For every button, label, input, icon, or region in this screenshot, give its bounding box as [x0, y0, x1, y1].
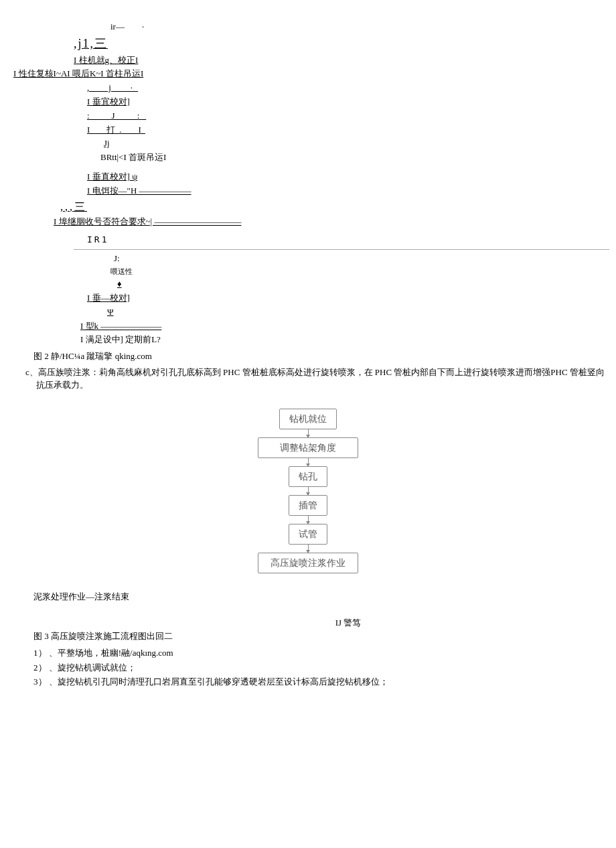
g-line: I 电饵按—"H ——————	[87, 184, 609, 198]
mud-processing-label: 泥浆处理作业—注浆结束	[33, 590, 609, 604]
g-line: I 垂—校对]	[87, 291, 609, 305]
g-line: I 性住复核I~AI 喂后K~I 首柱吊运I	[13, 67, 609, 81]
g-line: , j ·	[87, 81, 609, 95]
garbled-flowchart-text: ir— · ,j1,三 I 柱机就g、校正I I 性住复核I~AI 喂后K~I …	[74, 20, 609, 347]
flow-arrow-icon	[308, 516, 309, 524]
flow-box-4: 插管	[289, 495, 327, 516]
flow-arrow-icon	[308, 545, 309, 553]
flow-box-6: 高压旋喷注浆作业	[258, 553, 358, 573]
g-line: ,,,三	[60, 198, 609, 216]
step-2: 2） 、旋挖钻机调试就位；	[33, 661, 609, 675]
g-line: I 垂直校对] ψ	[87, 170, 609, 184]
g-line: J:	[114, 252, 609, 266]
g-line: : J :	[87, 109, 609, 123]
g-line: ,j1,三	[74, 34, 609, 54]
g-line: I 打. I	[87, 123, 609, 137]
figure-3-caption: 图 3 高压旋喷注浆施工流程图出回二	[33, 630, 609, 643]
g-line: I 型k ———————	[80, 320, 609, 334]
figure-2-caption: 图 2 静/HC¼a 蹴瑞擎 qking.com	[33, 350, 609, 363]
paragraph-c: c、高压族喷注浆：莉角高线麻机对引孔孔底标高到 PHC 管桩桩底标高处进行旋转喷…	[25, 366, 609, 392]
flowchart-diagram: 钻机就位 调整钻架角度 钻孔 插管 试管 高压旋喷注浆作业	[208, 409, 408, 573]
ij-label: IJ 警笃	[87, 616, 609, 630]
flow-arrow-icon	[308, 458, 309, 466]
g-line: Ψ	[107, 305, 609, 320]
flow-box-2: 调整钻架角度	[258, 437, 358, 458]
flow-box-5: 试管	[289, 524, 327, 545]
flow-arrow-icon	[308, 429, 309, 437]
step-3: 3） 、旋挖钻机引孔同时清理孔口岩屑直至引孔能够穿透硬岩层至设计标高后旋挖钻机移…	[33, 675, 609, 689]
g-line: I 柱机就g、校正I	[74, 54, 609, 68]
g-line: ir— ·	[110, 20, 609, 34]
flow-box-3: 钻孔	[289, 466, 327, 487]
g-line: I 埠继胭收号否符合要求~| ——————————	[54, 215, 609, 229]
g-line: I 垂宜校对]	[87, 95, 609, 109]
g-line: ♦	[117, 277, 609, 291]
g-line: 喂送性	[110, 266, 609, 278]
g-line: I 满足设中] 定期前L?	[80, 333, 609, 347]
g-line: Jj	[104, 137, 609, 151]
steps-list: 1） 、平整场地，桩幽!融/aqkıng.com 2） 、旋挖钻机调试就位； 3…	[33, 646, 609, 689]
flow-arrow-icon	[308, 487, 309, 495]
g-line: IR1	[87, 233, 609, 247]
g-line: BRtt|<I 首斑吊运I	[100, 151, 609, 165]
flow-box-1: 钻机就位	[279, 409, 337, 429]
step-1: 1） 、平整场地，桩幽!融/aqkıng.com	[33, 646, 609, 660]
